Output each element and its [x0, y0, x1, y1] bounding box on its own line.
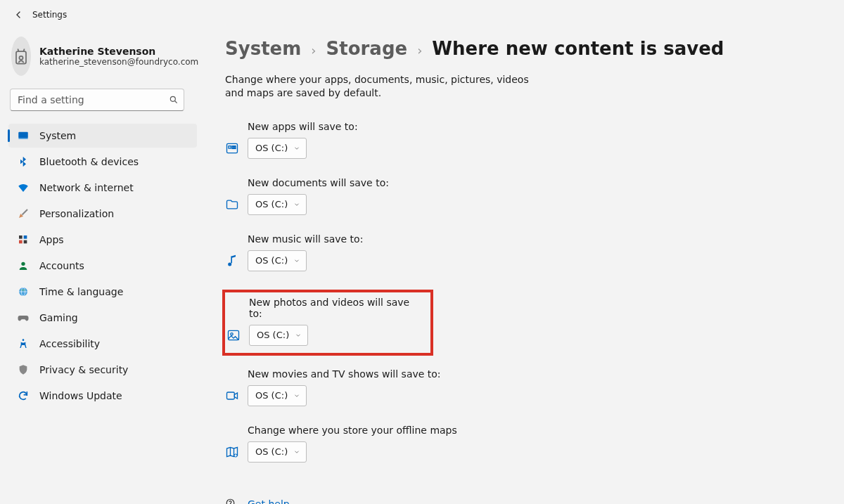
- setting-label: New photos and videos will save to:: [249, 297, 418, 319]
- wifi-icon: [17, 181, 30, 194]
- bluetooth-icon: [17, 155, 30, 168]
- music-category-icon: [225, 254, 239, 268]
- svg-rect-5: [19, 235, 23, 239]
- nav-item-accounts[interactable]: Accounts: [8, 254, 197, 278]
- avatar: [11, 37, 31, 76]
- svg-point-2: [170, 96, 175, 101]
- setting-label: New music will save to:: [248, 233, 816, 245]
- chevron-right-icon: ›: [311, 43, 316, 58]
- dropdown-value: OS (C:): [257, 330, 289, 340]
- dropdown-photos[interactable]: OS (C:): [249, 325, 308, 346]
- user-email: katherine_stevenson@foundryco.com: [39, 57, 198, 67]
- setting-music: New music will save to: OS (C:): [225, 233, 816, 271]
- nav-item-bluetooth[interactable]: Bluetooth & devices: [8, 150, 197, 174]
- svg-rect-7: [19, 240, 23, 244]
- page-title: Where new content is saved: [432, 38, 724, 59]
- svg-point-1: [19, 56, 23, 60]
- help-row: Get help: [225, 498, 816, 504]
- main-content: System › Storage › Where new content is …: [211, 25, 844, 504]
- app-title: Settings: [32, 10, 67, 20]
- dropdown-apps[interactable]: OS (C:): [248, 138, 307, 159]
- accounts-icon: [17, 259, 30, 272]
- nav-item-privacy[interactable]: Privacy & security: [8, 358, 197, 382]
- photos-category-icon: [226, 328, 241, 342]
- back-button[interactable]: [10, 6, 27, 23]
- dropdown-value: OS (C:): [255, 143, 288, 153]
- dropdown-value: OS (C:): [255, 199, 288, 209]
- setting-label: New movies and TV shows will save to:: [248, 368, 816, 380]
- svg-rect-4: [18, 138, 28, 139]
- system-icon: [17, 129, 30, 142]
- setting-documents: New documents will save to: OS (C:): [225, 177, 816, 215]
- nav-label: Privacy & security: [39, 364, 128, 375]
- dropdown-value: OS (C:): [255, 446, 288, 457]
- nav-label: Gaming: [39, 312, 78, 323]
- nav-item-personalization[interactable]: Personalization: [8, 202, 197, 226]
- svg-point-12: [23, 339, 25, 341]
- setting-movies: New movies and TV shows will save to: OS…: [225, 368, 816, 406]
- chevron-down-icon: [293, 257, 300, 264]
- svg-rect-18: [231, 256, 232, 263]
- chevron-down-icon: [293, 392, 300, 399]
- chevron-down-icon: [293, 145, 300, 152]
- accessibility-icon: [17, 337, 30, 350]
- nav-item-apps[interactable]: Apps: [8, 228, 197, 252]
- breadcrumb-system[interactable]: System: [225, 38, 301, 59]
- nav-label: Accessibility: [39, 338, 100, 349]
- setting-label: Change where you store your offline maps: [248, 425, 816, 436]
- nav-label: System: [39, 130, 76, 141]
- setting-label: New documents will save to:: [248, 177, 816, 188]
- nav-item-time[interactable]: Time & language: [8, 280, 197, 304]
- get-help-link[interactable]: Get help: [248, 498, 290, 504]
- help-icon: [225, 498, 238, 504]
- globe-icon: [17, 285, 30, 298]
- nav-label: Personalization: [39, 208, 114, 219]
- nav-item-update[interactable]: Windows Update: [8, 384, 197, 408]
- nav-item-accessibility[interactable]: Accessibility: [8, 332, 197, 356]
- svg-rect-0: [16, 51, 26, 64]
- nav-item-network[interactable]: Network & internet: [8, 176, 197, 200]
- svg-rect-3: [18, 132, 28, 138]
- nav-label: Windows Update: [39, 390, 122, 401]
- nav-label: Network & internet: [39, 182, 134, 193]
- nav-label: Time & language: [39, 286, 123, 297]
- chevron-down-icon: [293, 448, 300, 455]
- svg-rect-14: [229, 146, 231, 148]
- user-avatar-icon: [11, 46, 31, 66]
- search-input[interactable]: [10, 89, 184, 111]
- setting-label: New apps will save to:: [248, 121, 816, 132]
- dropdown-movies[interactable]: OS (C:): [248, 385, 307, 406]
- chevron-down-icon: [295, 332, 302, 339]
- documents-category-icon: [225, 198, 239, 212]
- update-icon: [17, 389, 30, 402]
- breadcrumb: System › Storage › Where new content is …: [225, 38, 816, 59]
- paintbrush-icon: [17, 207, 30, 220]
- search-icon: [169, 95, 179, 105]
- user-name: Katherine Stevenson: [39, 46, 198, 57]
- shield-icon: [17, 363, 30, 376]
- nav-item-system[interactable]: System: [8, 124, 197, 148]
- svg-point-20: [231, 332, 233, 335]
- dropdown-value: OS (C:): [255, 255, 288, 266]
- chevron-right-icon: ›: [417, 43, 422, 58]
- sidebar: Katherine Stevenson katherine_stevenson@…: [0, 25, 211, 504]
- chevron-down-icon: [293, 201, 300, 208]
- breadcrumb-storage[interactable]: Storage: [326, 38, 408, 59]
- svg-rect-8: [24, 240, 27, 244]
- setting-maps: Change where you store your offline maps…: [225, 425, 816, 463]
- setting-apps: New apps will save to: OS (C:): [225, 121, 816, 159]
- svg-rect-21: [227, 392, 235, 399]
- user-block[interactable]: Katherine Stevenson katherine_stevenson@…: [8, 34, 197, 89]
- setting-photos: New photos and videos will save to: OS (…: [222, 290, 433, 356]
- apps-icon: [17, 233, 30, 246]
- arrow-left-icon: [13, 9, 24, 20]
- dropdown-maps[interactable]: OS (C:): [248, 441, 307, 463]
- nav-label: Bluetooth & devices: [39, 156, 139, 167]
- nav-label: Accounts: [39, 260, 84, 271]
- nav-item-gaming[interactable]: Gaming: [8, 306, 197, 330]
- apps-category-icon: [225, 141, 239, 155]
- dropdown-documents[interactable]: OS (C:): [248, 194, 307, 215]
- page-description: Change where your apps, documents, music…: [225, 73, 549, 100]
- nav-label: Apps: [39, 234, 64, 245]
- dropdown-music[interactable]: OS (C:): [248, 250, 307, 271]
